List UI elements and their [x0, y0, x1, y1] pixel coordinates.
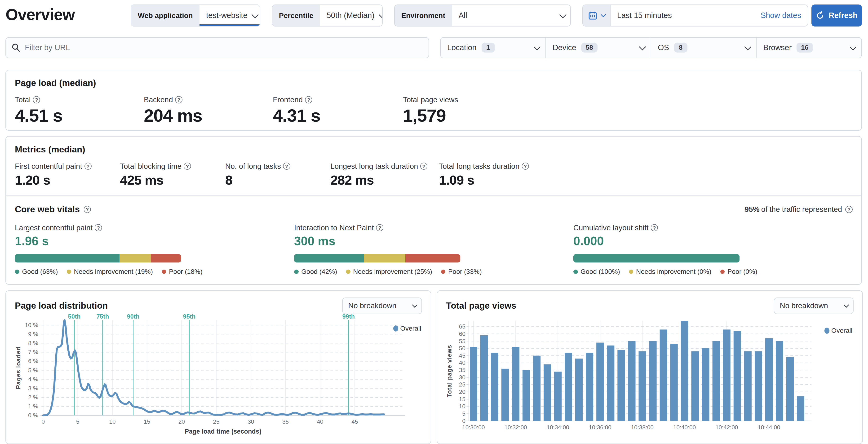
svg-text:8 %: 8 % [28, 340, 38, 346]
help-icon[interactable] [175, 96, 182, 103]
lcp-distribution-bar [15, 254, 181, 263]
url-filter-box[interactable] [5, 37, 429, 58]
stat-tbt: Total blocking time 425 ms [120, 162, 225, 187]
svg-text:35: 35 [459, 367, 465, 373]
show-dates-button[interactable]: Show dates [761, 11, 808, 20]
location-filter[interactable]: Location 1 [441, 38, 546, 58]
total-page-views-chart[interactable]: 0510152025303540455055606510:30:0010:32:… [446, 317, 854, 435]
environment-select[interactable]: Environment All [394, 4, 571, 27]
stat-total: Total 4.51 s [15, 95, 144, 125]
top-toolbar: Overview Web application test-website Pe… [0, 0, 868, 27]
stat-total-page-views: Total page views 1,579 [403, 95, 852, 125]
help-icon[interactable] [420, 162, 427, 170]
page-load-distribution-title: Page load distribution [15, 301, 108, 311]
good-legend-dot [15, 270, 20, 274]
svg-text:0: 0 [41, 418, 45, 425]
vital-inp: Interaction to Next Paint 300 ms Good (4… [294, 224, 574, 275]
svg-text:25: 25 [459, 381, 465, 388]
core-web-vitals-header: Core web vitals 95% of the traffic repre… [15, 204, 852, 214]
needs-improvement-legend-dot [346, 270, 350, 274]
svg-text:45: 45 [351, 418, 358, 425]
help-icon[interactable] [522, 162, 529, 170]
svg-text:7 %: 7 % [28, 349, 38, 355]
cls-distribution-bar [574, 254, 740, 263]
web-application-value[interactable]: test-website [199, 5, 260, 26]
page-views-breakdown-select[interactable]: No breakdown [774, 297, 854, 314]
metrics-card: Metrics (median) First contentful paint … [5, 136, 862, 285]
svg-text:4 %: 4 % [28, 376, 38, 382]
help-icon[interactable] [845, 206, 852, 213]
page-load-card: Page load (median) Total 4.51 s Backend … [5, 70, 862, 131]
device-filter[interactable]: Device 58 [546, 38, 651, 58]
apm-ux-overview-page: Overview Web application test-website Pe… [0, 0, 868, 444]
metrics-title: Metrics (median) [15, 144, 852, 154]
svg-text:10:38:00: 10:38:00 [631, 424, 654, 431]
environment-value[interactable]: All [452, 5, 570, 26]
stat-fcp: First contentful paint 1.20 s [15, 162, 120, 187]
svg-text:60: 60 [459, 331, 465, 337]
help-icon[interactable] [33, 96, 40, 103]
svg-text:1 %: 1 % [28, 403, 38, 410]
chevron-down-icon [600, 12, 606, 18]
distribution-breakdown-select[interactable]: No breakdown [342, 297, 422, 314]
help-icon[interactable] [184, 162, 191, 170]
poor-legend-dot [162, 270, 166, 274]
svg-text:10 %: 10 % [25, 322, 38, 328]
svg-text:45: 45 [459, 352, 465, 359]
svg-text:40: 40 [459, 360, 465, 366]
help-icon[interactable] [283, 162, 290, 170]
search-icon [11, 43, 20, 52]
web-application-label: Web application [131, 5, 199, 26]
svg-text:5: 5 [462, 410, 465, 417]
needs-improvement-legend-dot [629, 270, 633, 274]
help-icon[interactable] [376, 224, 383, 231]
refresh-button[interactable]: Refresh [811, 4, 862, 27]
needs-improvement-legend-dot [67, 270, 71, 274]
svg-text:20: 20 [179, 418, 185, 425]
chevron-down-icon [559, 11, 566, 18]
chevron-down-icon [844, 302, 849, 308]
page-load-title: Page load (median) [15, 78, 852, 88]
charts-row: Page load distribution No breakdown 0510… [5, 290, 862, 444]
stat-long-tasks: No. of long tasks 8 [225, 162, 330, 187]
svg-text:75th: 75th [96, 314, 109, 320]
help-icon[interactable] [651, 224, 658, 231]
svg-text:10: 10 [109, 418, 116, 425]
help-icon[interactable] [84, 206, 91, 213]
svg-text:0 %: 0 % [28, 412, 38, 418]
svg-text:65: 65 [459, 323, 465, 330]
svg-text:30: 30 [459, 374, 465, 381]
svg-text:99th: 99th [342, 314, 355, 320]
percentile-value[interactable]: 50th (Median) [320, 5, 382, 26]
os-filter[interactable]: OS 8 [651, 38, 756, 58]
percentile-select[interactable]: Percentile 50th (Median) [272, 4, 383, 27]
core-web-vitals-title: Core web vitals [15, 204, 80, 214]
chevron-down-icon [412, 302, 417, 308]
svg-text:30: 30 [248, 418, 254, 425]
chevron-down-icon [379, 11, 383, 18]
svg-text:5: 5 [76, 418, 80, 425]
svg-text:Overall: Overall [400, 325, 421, 332]
traffic-represented-note: 95% of the traffic represented [744, 205, 852, 214]
svg-text:35: 35 [282, 418, 289, 425]
date-quick-select-button[interactable] [583, 5, 611, 26]
metrics-stats: First contentful paint 1.20 s Total bloc… [15, 162, 852, 187]
help-icon[interactable] [305, 96, 312, 103]
date-picker[interactable]: Last 15 minutes Show dates [582, 4, 808, 27]
vital-lcp: Largest contentful paint 1.96 s Good (63… [15, 224, 294, 275]
help-icon[interactable] [85, 162, 92, 170]
time-range-value[interactable]: Last 15 minutes [611, 11, 761, 20]
chevron-down-icon [252, 11, 259, 18]
browser-filter[interactable]: Browser 16 [756, 38, 861, 58]
url-filter-input[interactable] [25, 43, 423, 52]
poor-legend-dot [441, 270, 445, 274]
svg-text:3 %: 3 % [28, 385, 38, 391]
svg-text:2 %: 2 % [28, 394, 38, 401]
page-load-distribution-chart[interactable]: 0510152025303540450 %1 %2 %3 %4 %5 %6 %7… [15, 314, 422, 436]
stat-longest-task: Longest long task duration 282 ms [330, 162, 439, 187]
svg-text:10:34:00: 10:34:00 [547, 424, 569, 431]
help-icon[interactable] [95, 224, 102, 231]
poor-legend-dot [720, 270, 725, 274]
svg-text:10:36:00: 10:36:00 [589, 424, 612, 431]
web-application-select[interactable]: Web application test-website [131, 4, 260, 27]
